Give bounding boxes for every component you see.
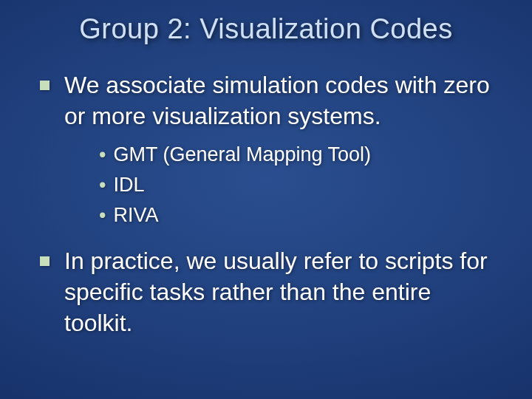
page-title: Group 2: Visualization Codes: [30, 13, 502, 45]
dot-bullet-icon: •: [99, 142, 106, 168]
list-item: We associate simulation codes with zero …: [30, 70, 502, 132]
list-item: In practice, we usually refer to scripts…: [30, 246, 502, 338]
slide: Group 2: Visualization Codes We associat…: [0, 0, 532, 399]
square-bullet-icon: [40, 256, 50, 266]
list-item-text: We associate simulation codes with zero …: [64, 70, 502, 132]
sub-list-item-text: RIVA: [113, 202, 158, 228]
dot-bullet-icon: •: [99, 202, 106, 228]
sub-list: • GMT (General Mapping Tool) • IDL • RIV…: [99, 142, 502, 228]
sub-list-item: • GMT (General Mapping Tool): [99, 142, 502, 168]
sub-list-item-text: IDL: [113, 172, 144, 198]
sub-list-item-text: GMT (General Mapping Tool): [113, 142, 371, 168]
list-item-text: In practice, we usually refer to scripts…: [64, 246, 502, 338]
dot-bullet-icon: •: [99, 172, 106, 198]
sub-list-item: • IDL: [99, 172, 502, 198]
square-bullet-icon: [40, 81, 50, 90]
sub-list-item: • RIVA: [99, 202, 502, 228]
